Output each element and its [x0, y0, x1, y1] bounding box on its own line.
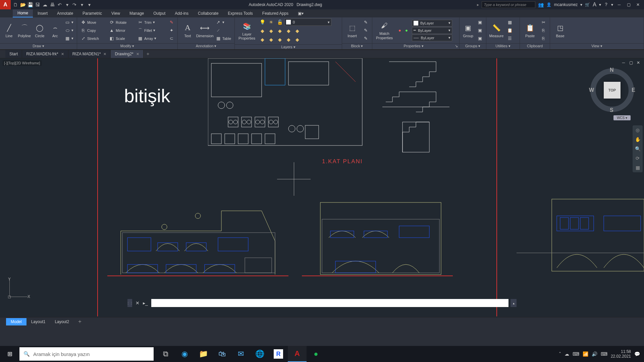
user-drop-icon[interactable]: ▾	[580, 2, 582, 7]
bluetooth-icon[interactable]: ⌨	[573, 351, 579, 357]
clipboard-panel-title[interactable]: Clipboard	[520, 43, 550, 49]
layer-tool-8[interactable]: ◆	[276, 36, 284, 44]
insert-button[interactable]: ⬚Insert	[344, 19, 360, 42]
tray-up-icon[interactable]: ˄	[559, 351, 561, 357]
layer-tool-1[interactable]: ◆	[258, 27, 266, 35]
copybase-button[interactable]: ⎘	[539, 35, 547, 42]
line-button[interactable]: ╱Line	[2, 19, 16, 42]
tab-insert[interactable]: Insert	[33, 10, 52, 17]
drawing-viewport[interactable]: [-][Top][2D Wireframe] ─ ▢ ✕ bitişik 1.K…	[0, 58, 644, 317]
array-button[interactable]: ▦Array ▾	[136, 35, 166, 42]
layout-2[interactable]: Layout2	[50, 318, 74, 325]
leader2-button[interactable]: ⟋	[214, 27, 232, 34]
explode-button[interactable]: ✦	[167, 27, 175, 34]
notifications-icon[interactable]: 💬	[634, 351, 640, 357]
close-icon[interactable]: ✕	[61, 52, 64, 56]
nav-show-icon[interactable]: ▦	[634, 164, 641, 171]
layer-dropdown[interactable]: 0▾	[284, 18, 331, 26]
explorer-icon[interactable]: 📁	[194, 346, 213, 362]
group-button[interactable]: ▣Group	[462, 19, 475, 42]
vc-south[interactable]: S	[610, 107, 613, 113]
arc-button[interactable]: ⌢Arc	[48, 19, 62, 42]
block-panel-title[interactable]: Block ▾	[342, 43, 372, 49]
new-icon[interactable]: 🗋	[12, 1, 19, 8]
new-tab-button[interactable]: ＋	[144, 51, 152, 57]
taskview-icon[interactable]: ⧉	[156, 346, 175, 362]
block-edit-button[interactable]: ✎	[362, 19, 370, 26]
clock[interactable]: 11:5822.02.2021	[611, 349, 631, 359]
help-search[interactable]: Type a keyword or phrase	[482, 1, 535, 8]
annotation-panel-title[interactable]: Annotation ▾	[178, 43, 234, 49]
undo-icon[interactable]: ↶	[56, 1, 63, 8]
polyline-button[interactable]: ⌒Polyline	[17, 19, 32, 42]
layout-add-button[interactable]: ＋	[74, 317, 86, 326]
mirror-button[interactable]: ▲Mirror	[108, 27, 135, 34]
cmd-close-icon[interactable]: ✕	[136, 300, 140, 306]
autocad-icon[interactable]: A	[288, 346, 307, 362]
lineweight-dropdown[interactable]: ━ByLayer▾	[412, 27, 452, 34]
filetab-start[interactable]: Start	[5, 50, 22, 58]
wcs-badge[interactable]: WCS ▾	[613, 115, 631, 120]
cart-icon[interactable]: 🛒	[585, 2, 590, 7]
copy-clip-button[interactable]: ⎘	[539, 27, 547, 34]
layer-tool-2[interactable]: ◆	[267, 27, 275, 35]
tab-expresstools[interactable]: Express Tools	[223, 10, 257, 17]
web-save-icon[interactable]: ☁	[42, 1, 48, 8]
layer-properties-button[interactable]: 📚Layer Properties	[237, 19, 257, 43]
layer-tool-7[interactable]: ◆	[267, 36, 275, 44]
undo-drop-icon[interactable]: ▾	[64, 1, 70, 8]
open-icon[interactable]: 📂	[19, 1, 26, 8]
wifi-icon[interactable]: 📶	[583, 351, 588, 357]
draw-panel-title[interactable]: Draw ▾	[0, 43, 77, 49]
tab-parametric[interactable]: Parametric	[78, 10, 107, 17]
bulb-icon[interactable]: 💡	[258, 18, 266, 26]
rotate-button[interactable]: ⟳Rotate	[108, 19, 135, 26]
color-circle-icon[interactable]: ●●	[396, 27, 411, 34]
nav-orbit-icon[interactable]: ⟳	[634, 155, 641, 162]
saveas-icon[interactable]: 🖫	[34, 1, 41, 8]
layout-model[interactable]: Model	[6, 318, 26, 325]
stretch-button[interactable]: ⤢Stretch	[79, 35, 106, 42]
vc-east[interactable]: E	[632, 87, 635, 93]
help-drop-icon[interactable]: ▾	[611, 2, 613, 7]
lang-icon[interactable]: ⌨	[601, 351, 607, 357]
viewcube-face[interactable]: TOP	[604, 82, 621, 99]
move-button[interactable]: ✥Move	[79, 19, 106, 26]
vp-maximize[interactable]: ▢	[628, 60, 634, 66]
vc-west[interactable]: W	[589, 87, 594, 93]
command-input[interactable]	[151, 299, 508, 307]
filetab-3[interactable]: Drawing2*✕	[111, 50, 143, 58]
filetab-2[interactable]: RIZA MADEN1*✕	[68, 50, 111, 58]
tab-featuredapps[interactable]: Featured Apps	[258, 10, 293, 17]
trim-button[interactable]: ✂Trim ▾	[136, 19, 166, 26]
util-3[interactable]: ☰	[506, 35, 514, 42]
revit-icon[interactable]: R	[274, 349, 283, 359]
cut-button[interactable]: ✂	[539, 19, 547, 26]
base-button[interactable]: ◳Base	[552, 19, 568, 42]
layer-tool-3[interactable]: ◆	[276, 27, 284, 35]
user-name[interactable]: mcankusmez	[554, 2, 578, 7]
block-create-button[interactable]: ✎	[362, 27, 370, 34]
nav-pan-icon[interactable]: ✋	[634, 136, 641, 143]
help-icon[interactable]: ？	[604, 2, 608, 8]
ungroup-button[interactable]: ▣	[476, 19, 484, 26]
group-bbox-button[interactable]: ▣	[476, 35, 484, 42]
layers-panel-title[interactable]: Layers ▾	[235, 44, 342, 49]
close-button[interactable]: ✕	[635, 1, 641, 8]
util-1[interactable]: ▦	[506, 19, 514, 26]
maximize-button[interactable]: ▢	[625, 1, 632, 8]
minimize-button[interactable]: ─	[616, 1, 623, 8]
vp-minimize[interactable]: ─	[621, 60, 627, 66]
table-button[interactable]: ▦Table	[214, 35, 232, 42]
qat-more-icon[interactable]: ▾	[86, 1, 93, 8]
modify-panel-title[interactable]: Modify ▾	[77, 43, 177, 49]
tab-addins[interactable]: Add-ins	[170, 10, 193, 17]
layer-tool-9[interactable]: ◆	[284, 36, 292, 44]
onedrive-icon[interactable]: ☁	[565, 351, 569, 357]
leader-button[interactable]: ↗▾	[214, 19, 232, 26]
rect-button[interactable]: ▭▾	[63, 19, 75, 26]
utilities-panel-title[interactable]: Utilities ▾	[486, 43, 520, 49]
app-switcher-icon[interactable]: A	[593, 2, 596, 8]
layer-tool-6[interactable]: ◆	[258, 36, 266, 44]
sun-icon[interactable]: ☀	[267, 18, 275, 26]
